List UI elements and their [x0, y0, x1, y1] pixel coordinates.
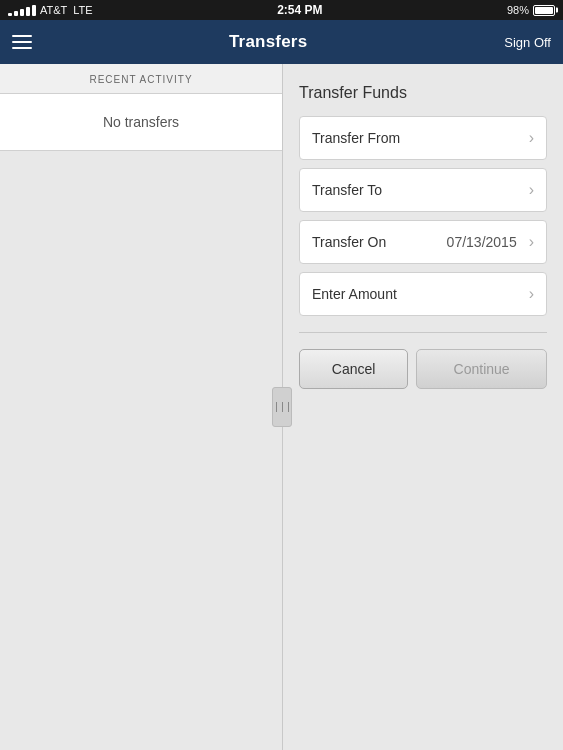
transfer-to-row[interactable]: Transfer To › [299, 168, 547, 212]
transfer-from-chevron-icon: › [529, 129, 534, 147]
signal-icon [8, 5, 36, 16]
sign-off-button[interactable]: Sign Off [504, 35, 551, 50]
enter-amount-chevron-icon: › [529, 285, 534, 303]
button-row: Cancel Continue [299, 349, 547, 389]
transfer-on-label: Transfer On [312, 234, 386, 250]
transfer-on-row[interactable]: Transfer On 07/13/2015 › [299, 220, 547, 264]
battery-percent-label: 98% [507, 4, 529, 16]
no-transfers-message: No transfers [0, 94, 282, 151]
transfer-on-chevron-icon: › [529, 233, 534, 251]
menu-button[interactable] [12, 35, 32, 49]
transfer-on-value: 07/13/2015 [447, 234, 517, 250]
transfer-to-chevron-icon: › [529, 181, 534, 199]
network-type-label: LTE [73, 4, 92, 16]
transfer-funds-title: Transfer Funds [299, 84, 547, 102]
battery-icon [533, 5, 555, 16]
nav-bar: Transfers Sign Off [0, 20, 563, 64]
left-panel: RECENT ACTIVITY No transfers [0, 64, 283, 750]
transfer-on-right: 07/13/2015 › [447, 233, 534, 251]
status-time: 2:54 PM [277, 3, 322, 17]
page-title: Transfers [229, 32, 307, 52]
carrier-label: AT&T [40, 4, 67, 16]
right-panel: Transfer Funds Transfer From › Transfer … [283, 64, 563, 750]
enter-amount-label: Enter Amount [312, 286, 397, 302]
continue-button[interactable]: Continue [416, 349, 547, 389]
recent-activity-header: RECENT ACTIVITY [0, 64, 282, 94]
transfer-from-row[interactable]: Transfer From › [299, 116, 547, 160]
form-separator [299, 332, 547, 333]
cancel-button[interactable]: Cancel [299, 349, 408, 389]
transfer-to-right: › [529, 181, 534, 199]
enter-amount-row[interactable]: Enter Amount › [299, 272, 547, 316]
status-right: 98% [507, 4, 555, 16]
main-layout: RECENT ACTIVITY No transfers Transfer Fu… [0, 64, 563, 750]
transfer-from-label: Transfer From [312, 130, 400, 146]
enter-amount-right: › [529, 285, 534, 303]
panel-resize-handle[interactable] [272, 387, 292, 427]
status-left: AT&T LTE [8, 4, 93, 16]
status-bar: AT&T LTE 2:54 PM 98% [0, 0, 563, 20]
transfer-to-label: Transfer To [312, 182, 382, 198]
transfer-from-right: › [529, 129, 534, 147]
